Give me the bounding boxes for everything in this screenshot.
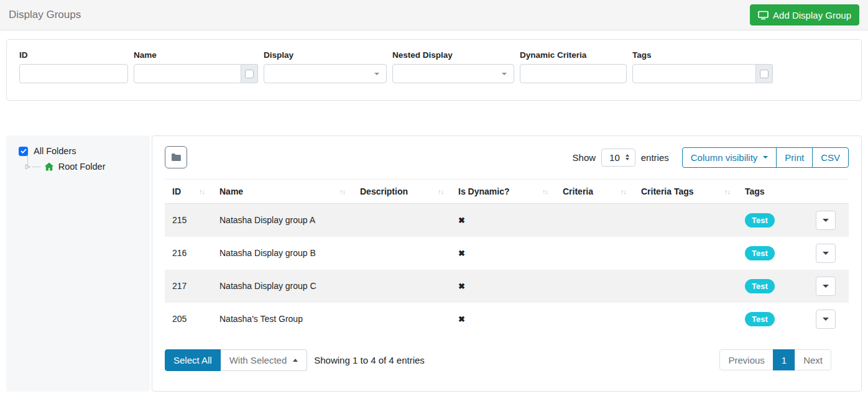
column-header-id[interactable]: ID↑↓ [165,180,212,204]
cell-id: 217 [165,270,212,303]
tag-badge: Test [745,312,775,326]
column-header-criteria[interactable]: Criteria↑↓ [555,180,634,204]
all-folders-label: All Folders [34,146,76,156]
topbar: Display Groups Add Display Group [0,0,868,30]
filter-field-tags: Tags [632,50,773,83]
cell-criteria [555,270,634,303]
root-folder-label: Root Folder [58,162,106,172]
showing-entries-text: Showing 1 to 4 of 4 entries [314,355,425,365]
cell-criteria [555,303,634,336]
pagination-previous-button[interactable]: Previous [719,349,773,370]
cell-criteria-tags [634,204,737,237]
display-filter-select[interactable] [264,64,387,83]
cell-criteria [555,204,634,237]
table-row: 205 Natasha's Test Group ✖ Test [165,303,849,336]
page-length-select[interactable]: 10 [601,149,635,167]
chevron-down-icon [763,156,768,158]
name-filter-input[interactable] [134,64,241,83]
name-exact-match-checkbox[interactable] [245,70,254,78]
cell-criteria-tags [634,237,737,270]
table-controls: Show 10 entries Column visibility Print [573,147,849,168]
filter-bar: ID Name Display Nested Display Dynamic C… [6,39,862,101]
cell-criteria [555,237,634,270]
tree-node-root-folder[interactable]: ▷ Root Folder [25,162,150,172]
export-button-group: Column visibility Print CSV [682,147,849,168]
sort-icon: ↑↓ [339,188,345,195]
dynamic-criteria-filter-input[interactable] [520,64,627,83]
table-row: 217 Natasha Display group C ✖ Test [165,270,849,303]
cell-criteria-tags [634,270,737,303]
all-folders-row: All Folders [19,146,150,156]
add-display-group-button[interactable]: Add Display Group [750,4,859,25]
select-all-button[interactable]: Select All [165,349,221,371]
csv-button[interactable]: CSV [812,147,849,168]
sort-icon: ↑↓ [199,188,205,195]
pagination-page-1-button[interactable]: 1 [773,349,795,370]
cell-description [353,303,451,336]
cell-name: Natasha Display group C [212,270,353,303]
cell-id: 205 [165,303,212,336]
chevron-down-icon [823,318,829,321]
cell-id: 215 [165,204,212,237]
sort-icon: ↑↓ [438,188,443,195]
pagination-next-button[interactable]: Next [795,349,831,370]
row-menu-button[interactable] [816,244,836,263]
id-filter-label: ID [19,50,128,60]
row-menu-button[interactable] [816,277,836,296]
filter-field-id: ID [19,50,128,83]
display-groups-table: ID↑↓ Name↑↓ Description↑↓ Is Dynamic?↑↓ … [165,179,849,336]
cell-description [353,204,451,237]
print-button[interactable]: Print [776,147,813,168]
cell-description [353,270,451,303]
filter-field-display: Display [264,50,387,83]
cell-criteria-tags [634,303,737,336]
entries-label: entries [641,152,669,163]
tags-exact-match-checkbox[interactable] [760,70,769,78]
chevron-down-icon [823,285,829,288]
all-folders-checkbox[interactable] [19,147,28,156]
add-display-group-label: Add Display Group [773,10,851,21]
tags-filter-input[interactable] [632,64,756,83]
table-header-row: ID↑↓ Name↑↓ Description↑↓ Is Dynamic?↑↓ … [165,180,849,204]
tree-connector [32,167,40,167]
name-filter-label: Name [134,50,258,60]
filter-field-nested-display: Nested Display [392,50,514,83]
chevron-down-icon [823,219,829,222]
pagination: Previous 1 Next [719,349,831,370]
with-selected-button[interactable]: With Selected [221,349,308,371]
table-footer: Select All With Selected Showing 1 to 4 … [165,349,849,371]
page-title: Display Groups [9,9,81,21]
folder-tree-toggle-button[interactable] [165,146,187,168]
chevron-down-icon [823,252,829,255]
sort-icon: ↑↓ [724,188,730,195]
cell-name: Natasha's Test Group [212,303,353,336]
column-header-name[interactable]: Name↑↓ [212,180,353,204]
nested-display-filter-label: Nested Display [392,50,514,60]
column-header-criteria-tags[interactable]: Criteria Tags↑↓ [634,180,737,204]
row-menu-button[interactable] [816,211,836,230]
row-menu-button[interactable] [816,310,836,329]
page-length-value: 10 [609,152,620,163]
column-header-tags[interactable]: Tags [737,180,808,204]
id-filter-input[interactable] [19,64,128,83]
tags-filter-addon [756,64,773,83]
display-groups-card: Show 10 entries Column visibility Print [152,135,862,392]
chevron-down-icon [374,73,379,75]
tag-badge: Test [745,246,775,260]
sort-icon: ↑↓ [621,188,626,195]
cell-name: Natasha Display group B [212,237,353,270]
column-header-description[interactable]: Description↑↓ [353,180,451,204]
display-filter-label: Display [264,50,387,60]
cell-description [353,237,451,270]
sort-icon: ↑↓ [542,188,548,195]
tag-badge: Test [745,279,775,293]
tags-filter-label: Tags [632,50,773,60]
column-header-is-dynamic[interactable]: Is Dynamic?↑↓ [451,180,555,204]
dynamic-criteria-filter-label: Dynamic Criteria [520,50,627,60]
times-icon: ✖ [458,216,465,225]
nested-display-filter-select[interactable] [392,64,514,83]
show-label: Show [573,152,596,163]
column-visibility-button[interactable]: Column visibility [682,147,777,168]
filter-field-dynamic-criteria: Dynamic Criteria [520,50,627,83]
times-icon: ✖ [458,314,465,324]
